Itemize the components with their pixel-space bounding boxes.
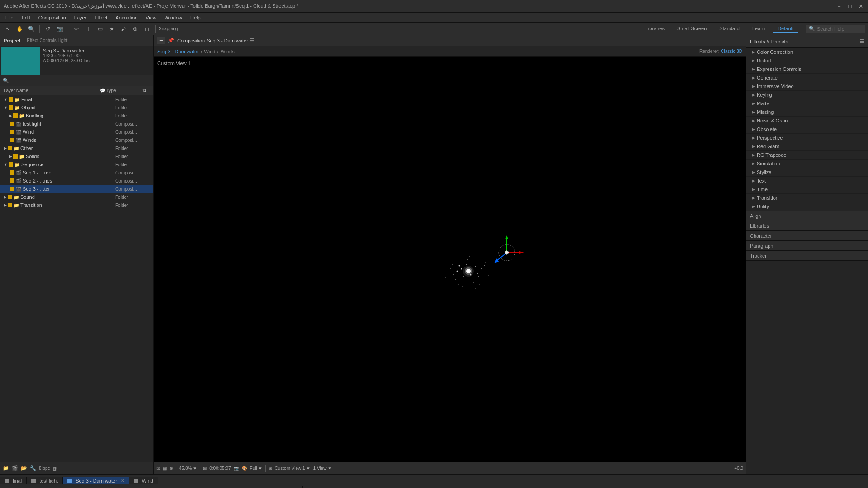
list-item[interactable]: 🎬WindComposi... bbox=[0, 128, 153, 136]
minimize-button[interactable]: − bbox=[835, 3, 843, 10]
tool-pen[interactable]: ✏ bbox=[71, 24, 81, 33]
breadcrumb-item-3[interactable]: Winds bbox=[221, 49, 235, 54]
collapsed-arrow-icon[interactable]: ▶ bbox=[4, 203, 7, 207]
tool-eraser[interactable]: ◻ bbox=[142, 24, 152, 33]
toolbar-tab-learn[interactable]: Learn bbox=[748, 25, 769, 33]
collapsed-arrow-icon[interactable]: ▶ bbox=[9, 154, 12, 159]
effect-category-expression_controls[interactable]: ▶Expression Controls bbox=[746, 65, 868, 74]
new-folder-btn[interactable]: 📁 bbox=[3, 465, 9, 471]
view-mode-dropdown[interactable]: Custom View 1 ▼ bbox=[275, 466, 311, 471]
tool-clone[interactable]: ⊕ bbox=[130, 24, 140, 33]
show-channel[interactable]: 🎨 bbox=[242, 466, 247, 471]
menu-item-window[interactable]: Window bbox=[161, 14, 186, 21]
region-of-interest[interactable]: ⊡ bbox=[156, 466, 160, 471]
list-item[interactable]: ▼📁SequenceFolder bbox=[0, 160, 153, 169]
tool-camera[interactable]: 📷 bbox=[55, 24, 65, 33]
menu-item-animation[interactable]: Animation bbox=[112, 14, 141, 21]
tool-paint[interactable]: 🖌 bbox=[118, 24, 128, 33]
effect-category-utility[interactable]: ▶Utility bbox=[746, 202, 868, 211]
time-display-ctrl[interactable]: 0:00:05:07 bbox=[209, 466, 231, 471]
toolbar-tab-standard[interactable]: Standard bbox=[715, 25, 744, 33]
effect-category-generate[interactable]: ▶Generate bbox=[746, 74, 868, 82]
menu-item-view[interactable]: View bbox=[142, 14, 160, 21]
effect-category-time[interactable]: ▶Time bbox=[746, 185, 868, 194]
quality-dropdown[interactable]: Full ▼ bbox=[250, 466, 263, 471]
list-item[interactable]: ▶📁TransitionFolder bbox=[0, 201, 153, 209]
menu-item-layer[interactable]: Layer bbox=[71, 14, 90, 21]
effect-category-transition[interactable]: ▶Transition bbox=[746, 194, 868, 202]
tool-hand[interactable]: ✋ bbox=[14, 24, 24, 33]
effect-category-perspective[interactable]: ▶Perspective bbox=[746, 134, 868, 142]
comp-name-tab[interactable]: Seq 3 - Dam water bbox=[207, 38, 248, 43]
view-count-dropdown[interactable]: 1 View ▼ bbox=[313, 466, 332, 471]
tool-zoom[interactable]: 🔍 bbox=[26, 24, 36, 33]
comp-panel-pin[interactable]: 📌 bbox=[167, 37, 175, 44]
expanded-arrow-icon[interactable]: ▼ bbox=[4, 97, 8, 102]
comp-panel-menu[interactable]: ☰ bbox=[157, 37, 165, 44]
effect-category-matte[interactable]: ▶Matte bbox=[746, 99, 868, 108]
search-box[interactable]: 🔍 bbox=[806, 25, 865, 33]
effect-category-red_giant[interactable]: ▶Red Giant bbox=[746, 142, 868, 151]
timeline-tab-seq-3---dam-water[interactable]: Seq 3 - Dam water✕ bbox=[63, 477, 129, 484]
col-sort[interactable]: ⇅ bbox=[142, 88, 151, 94]
effect-category-noise_and_grain[interactable]: ▶Noise & Grain bbox=[746, 117, 868, 125]
delete-btn[interactable]: 🗑 bbox=[52, 466, 57, 471]
close-button[interactable]: ✕ bbox=[857, 3, 864, 10]
menu-item-file[interactable]: File bbox=[2, 14, 17, 21]
new-footage-btn[interactable]: 📂 bbox=[21, 465, 27, 471]
timeline-tab-wind[interactable]: Wind bbox=[129, 477, 158, 484]
breadcrumb-item-1[interactable]: Seq 3 - Dam water bbox=[157, 49, 199, 54]
collapsed-arrow-icon[interactable]: ▶ bbox=[4, 146, 7, 150]
collapsed-arrow-icon[interactable]: ▶ bbox=[9, 113, 12, 118]
composition-canvas[interactable] bbox=[301, 176, 599, 343]
menu-item-edit[interactable]: Edit bbox=[18, 14, 34, 21]
snapshot-btn[interactable]: 📷 bbox=[234, 466, 239, 471]
project-search[interactable]: 🔍 bbox=[0, 75, 153, 86]
tool-select[interactable]: ↖ bbox=[3, 24, 13, 33]
list-item[interactable]: ▶📁SoundFolder bbox=[0, 193, 153, 201]
tool-text[interactable]: T bbox=[83, 24, 93, 33]
toolbar-tab-default[interactable]: Default bbox=[773, 25, 798, 33]
maximize-button[interactable]: □ bbox=[846, 3, 854, 10]
effects-panel-menu[interactable]: ☰ bbox=[860, 38, 864, 44]
new-comp-btn[interactable]: 🎬 bbox=[12, 465, 18, 471]
list-item[interactable]: 🎬Seq 2 - ...riesComposi... bbox=[0, 177, 153, 185]
effect-category-text[interactable]: ▶Text bbox=[746, 177, 868, 185]
breadcrumb-item-2[interactable]: Wind bbox=[204, 49, 215, 54]
interpret-btn[interactable]: 🔧 bbox=[30, 465, 36, 471]
effect-category-keying[interactable]: ▶Keying bbox=[746, 91, 868, 99]
effect-category-stylize[interactable]: ▶Stylize bbox=[746, 168, 868, 177]
comp-options-icon[interactable]: ☰ bbox=[250, 38, 255, 43]
toolbar-tab-libraries[interactable]: Libraries bbox=[641, 25, 669, 33]
renderer-mode[interactable]: Classic 3D bbox=[721, 49, 742, 54]
timeline-tab-test-light[interactable]: test light bbox=[27, 477, 63, 484]
project-search-input[interactable] bbox=[11, 78, 151, 84]
list-item[interactable]: 🎬Seq 1 - ...reetComposi... bbox=[0, 169, 153, 177]
expanded-arrow-icon[interactable]: ▼ bbox=[4, 105, 8, 110]
list-item[interactable]: ▼📁ObjectFolder bbox=[0, 103, 153, 112]
view-layout[interactable]: ⊞ bbox=[269, 466, 272, 471]
list-item[interactable]: ▶📁BuidlingFolder bbox=[0, 112, 153, 120]
list-item[interactable]: 🎬Seq 3 - ...terComposi... bbox=[0, 185, 153, 193]
menu-item-effect[interactable]: Effect bbox=[91, 14, 111, 21]
effect-category-missing[interactable]: ▶Missing bbox=[746, 108, 868, 117]
search-input[interactable] bbox=[817, 26, 862, 32]
transparency-grid[interactable]: ▦ bbox=[163, 466, 167, 471]
effect-category-simulation[interactable]: ▶Simulation bbox=[746, 160, 868, 168]
effect-category-distort[interactable]: ▶Distort bbox=[746, 56, 868, 65]
snapping-toggle[interactable]: Snapping bbox=[159, 26, 178, 31]
effect-category-color_correction[interactable]: ▶Color Correction bbox=[746, 48, 868, 56]
toolbar-tab-small-screen[interactable]: Small Screen bbox=[673, 25, 711, 33]
zoom-control[interactable]: 45.8% ▼ bbox=[179, 466, 197, 471]
menu-item-help[interactable]: Help bbox=[187, 14, 204, 21]
list-item[interactable]: 🎬WindsComposi... bbox=[0, 136, 153, 144]
effect-category-rg_trapcode[interactable]: ▶RG Trapcode bbox=[746, 151, 868, 160]
3d-view[interactable]: ⊕ bbox=[170, 466, 173, 471]
offset-value[interactable]: +0.0 bbox=[734, 466, 743, 471]
tool-shape-star[interactable]: ★ bbox=[107, 24, 117, 33]
effect-category-immersive_video[interactable]: ▶Immersive Video bbox=[746, 82, 868, 91]
tool-shape-rect[interactable]: ▭ bbox=[95, 24, 105, 33]
expanded-arrow-icon[interactable]: ▼ bbox=[4, 162, 8, 167]
list-item[interactable]: ▶📁OtherFolder bbox=[0, 144, 153, 152]
tool-rotate[interactable]: ↺ bbox=[43, 24, 53, 33]
